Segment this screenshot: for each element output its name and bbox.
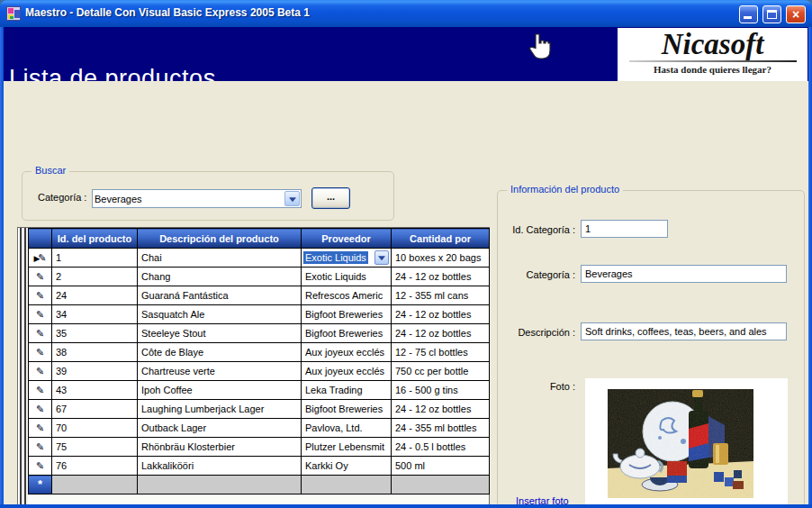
cell-cantidad[interactable]: 24 - 355 ml bottles bbox=[392, 419, 490, 438]
cell-proveedor[interactable]: Aux joyeux ecclés bbox=[302, 362, 392, 381]
cell-descripcion[interactable]: Chartreuse verte bbox=[138, 362, 302, 381]
table-row[interactable]: ▶✎ 34 Sasquatch Ale Bigfoot Breweries 24… bbox=[29, 305, 490, 324]
new-row-cell[interactable] bbox=[302, 476, 392, 494]
cell-cantidad[interactable]: 500 ml bbox=[392, 457, 490, 476]
row-header[interactable]: ▶✎ bbox=[29, 381, 52, 400]
new-row-cell[interactable] bbox=[392, 476, 490, 494]
table-row[interactable]: ▶✎ 24 Guaraná Fantástica Refrescos Ameri… bbox=[29, 286, 490, 305]
row-header[interactable]: ▶✎ bbox=[29, 286, 52, 305]
cell-cantidad[interactable]: 24 - 12 oz bottles bbox=[392, 400, 490, 419]
cell-proveedor[interactable]: Plutzer Lebensmit bbox=[302, 438, 392, 457]
row-header[interactable]: ▶✎ bbox=[29, 249, 52, 268]
cell-cantidad[interactable]: 24 - 12 oz bottles bbox=[392, 305, 490, 324]
table-row[interactable]: ▶✎ 43 Ipoh Coffee Leka Trading 16 - 500 … bbox=[29, 381, 490, 400]
cell-id[interactable]: 35 bbox=[52, 324, 138, 343]
cell-descripcion[interactable]: Rhönbräu Klosterbier bbox=[138, 438, 302, 457]
chevron-down-icon bbox=[378, 256, 385, 260]
cell-cantidad[interactable]: 12 - 355 ml cans bbox=[392, 286, 490, 305]
table-row[interactable]: ▶✎ 38 Côte de Blaye Aux joyeux ecclés 12… bbox=[29, 343, 490, 362]
column-header-descripcion[interactable]: Descripción del producto bbox=[138, 229, 302, 249]
description-field[interactable] bbox=[581, 322, 787, 340]
category-id-field[interactable] bbox=[581, 220, 668, 238]
cell-proveedor[interactable]: Exotic Liquids bbox=[302, 268, 392, 286]
cell-proveedor[interactable]: Bigfoot Breweries bbox=[302, 400, 392, 419]
minimize-button[interactable] bbox=[739, 5, 758, 23]
cell-descripcion[interactable]: Côte de Blaye bbox=[138, 343, 302, 362]
column-header-cantidad[interactable]: Cantidad por bbox=[392, 229, 490, 249]
cell-proveedor[interactable]: Bigfoot Breweries bbox=[302, 324, 392, 343]
cell-proveedor[interactable]: Aux joyeux ecclés bbox=[302, 343, 392, 362]
row-header[interactable]: ▶✎ bbox=[29, 438, 52, 457]
cell-id[interactable]: 76 bbox=[52, 457, 138, 476]
row-header[interactable]: ▶✎ bbox=[29, 419, 52, 438]
cell-id[interactable]: 2 bbox=[52, 268, 138, 286]
title-bar[interactable]: Maestro - Detalle Con Visual Basic Expre… bbox=[0, 0, 812, 27]
photo-label: Foto : bbox=[500, 381, 575, 392]
cell-id[interactable]: 39 bbox=[52, 362, 138, 381]
cell-descripcion[interactable]: Ipoh Coffee bbox=[138, 381, 302, 400]
cell-id[interactable]: 34 bbox=[52, 305, 138, 324]
table-row[interactable]: ▶✎ 75 Rhönbräu Klosterbier Plutzer Leben… bbox=[29, 438, 490, 457]
new-row-header[interactable]: * bbox=[29, 476, 52, 494]
table-row[interactable]: ▶✎ 1 Chai Exotic Liquids 10 boxes x 20 b… bbox=[29, 249, 490, 268]
cell-descripcion[interactable]: Chang bbox=[138, 268, 302, 286]
cell-cantidad[interactable]: 10 boxes x 20 bags bbox=[392, 249, 490, 268]
grid-new-row[interactable]: * bbox=[29, 476, 490, 494]
cell-id[interactable]: 1 bbox=[52, 249, 138, 268]
cell-descripcion[interactable]: Guaraná Fantástica bbox=[138, 286, 302, 305]
category-dropdown-button[interactable] bbox=[284, 191, 300, 206]
cell-cantidad[interactable]: 24 - 0.5 l bottles bbox=[392, 438, 490, 457]
category-combobox[interactable] bbox=[92, 189, 302, 208]
table-row[interactable]: ▶✎ 2 Chang Exotic Liquids 24 - 12 oz bot… bbox=[29, 268, 490, 286]
browse-categories-button[interactable]: ... bbox=[311, 187, 350, 209]
cell-proveedor[interactable]: Karkki Oy bbox=[302, 457, 392, 476]
cell-id[interactable]: 75 bbox=[52, 438, 138, 457]
column-header-proveedor[interactable]: Proveedor bbox=[302, 229, 392, 249]
cell-descripcion[interactable]: Steeleye Stout bbox=[138, 324, 302, 343]
cell-id[interactable]: 70 bbox=[52, 419, 138, 438]
table-row[interactable]: ▶✎ 39 Chartreuse verte Aux joyeux ecclés… bbox=[29, 362, 490, 381]
row-header[interactable]: ▶✎ bbox=[29, 457, 52, 476]
row-header[interactable]: ▶✎ bbox=[29, 268, 52, 286]
maximize-button[interactable] bbox=[762, 5, 781, 23]
cell-proveedor[interactable]: Bigfoot Breweries bbox=[302, 305, 392, 324]
category-name-field[interactable] bbox=[581, 265, 787, 283]
column-header-id[interactable]: Id. del producto bbox=[52, 229, 138, 249]
cell-cantidad[interactable]: 24 - 12 oz bottles bbox=[392, 268, 490, 286]
close-button[interactable]: × bbox=[786, 5, 806, 23]
table-row[interactable]: ▶✎ 76 Lakkalikööri Karkki Oy 500 ml bbox=[29, 457, 490, 476]
cell-proveedor[interactable]: Pavlova, Ltd. bbox=[302, 419, 392, 438]
row-header[interactable]: ▶✎ bbox=[29, 362, 52, 381]
cell-descripcion[interactable]: Chai bbox=[138, 249, 302, 268]
cell-id[interactable]: 38 bbox=[52, 343, 138, 362]
grid-left-scrollbar[interactable] bbox=[18, 228, 28, 508]
cell-id[interactable]: 67 bbox=[52, 400, 138, 419]
cell-id[interactable]: 24 bbox=[52, 286, 138, 305]
row-header[interactable]: ▶✎ bbox=[29, 324, 52, 343]
cell-proveedor[interactable]: Exotic Liquids bbox=[302, 249, 392, 268]
cell-cantidad[interactable]: 750 cc per bottle bbox=[392, 362, 490, 381]
cell-proveedor[interactable]: Leka Trading bbox=[302, 381, 392, 400]
cell-dropdown-button[interactable] bbox=[374, 250, 389, 265]
cell-descripcion[interactable]: Outback Lager bbox=[138, 419, 302, 438]
cell-cantidad[interactable]: 16 - 500 g tins bbox=[392, 381, 490, 400]
brand-name: Nicasoft bbox=[618, 28, 807, 60]
cell-descripcion[interactable]: Laughing Lumberjack Lager bbox=[138, 400, 302, 419]
cell-cantidad[interactable]: 24 - 12 oz bottles bbox=[392, 324, 490, 343]
table-row[interactable]: ▶✎ 35 Steeleye Stout Bigfoot Breweries 2… bbox=[29, 324, 490, 343]
table-row[interactable]: ▶✎ 67 Laughing Lumberjack Lager Bigfoot … bbox=[29, 400, 490, 419]
cell-id[interactable]: 43 bbox=[52, 381, 138, 400]
app-window: Maestro - Detalle Con Visual Basic Expre… bbox=[0, 0, 812, 508]
new-row-cell[interactable] bbox=[52, 476, 138, 494]
new-row-cell[interactable] bbox=[138, 476, 302, 494]
row-header[interactable]: ▶✎ bbox=[29, 343, 52, 362]
cell-descripcion[interactable]: Lakkalikööri bbox=[138, 457, 302, 476]
grid-corner-cell[interactable] bbox=[29, 229, 52, 249]
cell-proveedor[interactable]: Refrescos Americ bbox=[302, 286, 392, 305]
table-row[interactable]: ▶✎ 70 Outback Lager Pavlova, Ltd. 24 - 3… bbox=[29, 419, 490, 438]
row-header[interactable]: ▶✎ bbox=[29, 305, 52, 324]
category-combobox-value[interactable] bbox=[95, 191, 279, 206]
cell-descripcion[interactable]: Sasquatch Ale bbox=[138, 305, 302, 324]
cell-cantidad[interactable]: 12 - 75 cl bottles bbox=[392, 343, 490, 362]
row-header[interactable]: ▶✎ bbox=[29, 400, 52, 419]
